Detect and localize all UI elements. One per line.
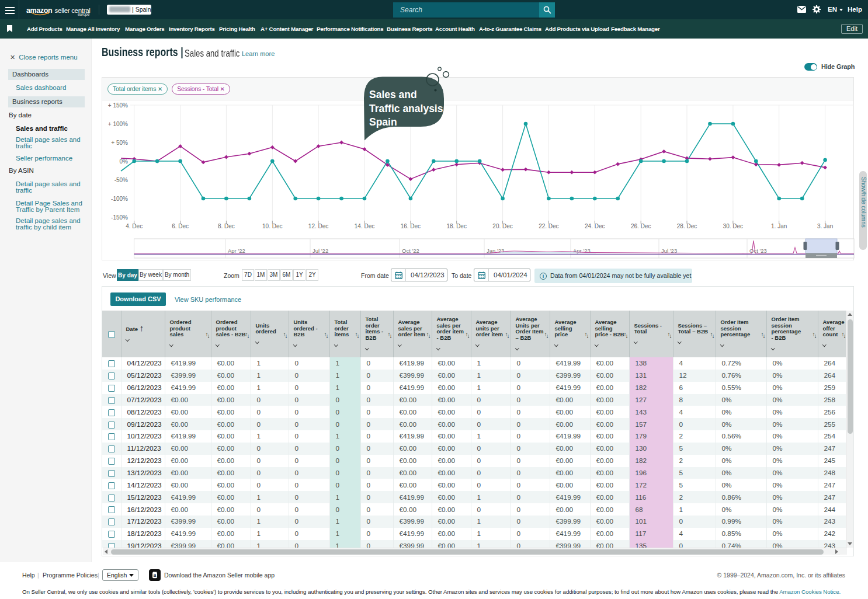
svg-text:30. Dec: 30. Dec (723, 223, 743, 229)
svg-text:-150%: -150% (111, 214, 128, 221)
svg-text:Spain: Spain (369, 116, 397, 128)
svg-text:20. Dec: 20. Dec (492, 223, 512, 229)
svg-text:Jul '22: Jul '22 (313, 248, 328, 254)
svg-text:28. Dec: 28. Dec (677, 223, 697, 229)
svg-text:a: a (154, 572, 157, 578)
svg-text:+ 50%: + 50% (111, 140, 128, 146)
svg-text:6. Dec: 6. Dec (172, 223, 189, 229)
svg-text:3. Jan: 3. Jan (817, 223, 833, 229)
svg-text:14. Dec: 14. Dec (355, 223, 374, 229)
svg-text:Apr '22: Apr '22 (228, 248, 245, 254)
svg-text:24. Dec: 24. Dec (585, 223, 605, 229)
svg-text:Traffic analysis: Traffic analysis (369, 103, 443, 114)
svg-text:-50%: -50% (114, 177, 128, 183)
svg-text:-100%: -100% (111, 196, 128, 202)
svg-text:4. Dec: 4. Dec (126, 223, 143, 229)
svg-text:26. Dec: 26. Dec (631, 223, 651, 229)
svg-text:18. Dec: 18. Dec (446, 223, 466, 229)
svg-text:22. Dec: 22. Dec (539, 223, 558, 229)
svg-text:+ 100%: + 100% (108, 121, 128, 127)
svg-text:1. Jan: 1. Jan (771, 223, 787, 229)
svg-text:Oct '22: Oct '22 (402, 248, 419, 254)
svg-text:10. Dec: 10. Dec (262, 223, 282, 229)
svg-text:12. Dec: 12. Dec (308, 223, 328, 229)
svg-text:16. Dec: 16. Dec (401, 223, 421, 229)
svg-text:8. Dec: 8. Dec (218, 223, 235, 229)
svg-text:+ 150%: + 150% (108, 102, 128, 109)
svg-text:Sales and: Sales and (369, 89, 417, 100)
